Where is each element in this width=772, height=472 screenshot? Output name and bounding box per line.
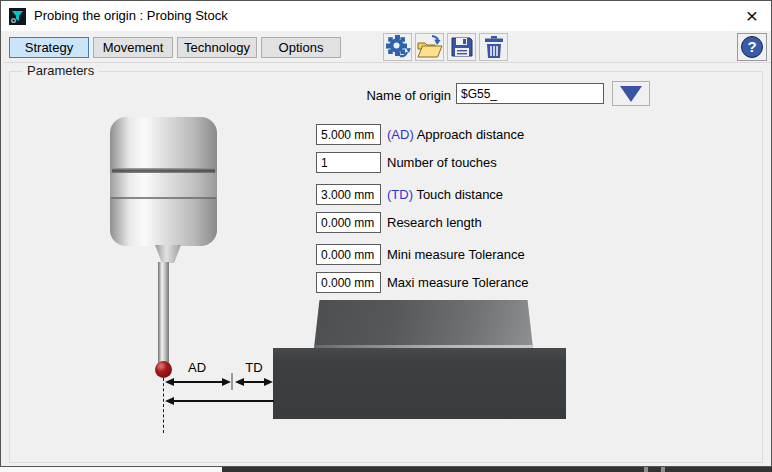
app-icon [9,8,26,25]
background-window-edge [222,467,772,472]
return-arrow-line [172,400,274,402]
td-arrowhead-right [264,378,273,386]
title-bar[interactable]: Probing the origin : Probing Stock × [1,1,771,31]
ad-dimension-label: AD [177,360,217,375]
mini-tolerance-label: Mini measure Tolerance [387,247,525,262]
dimension-tick [231,373,233,390]
stock-boss [314,300,533,348]
tab-strategy[interactable]: Strategy [9,37,89,58]
save-floppy-icon [449,34,475,60]
maxi-tolerance-label: Maxi measure Tolerance [387,275,528,290]
background-window-edge [661,467,665,472]
probe-groove [111,197,216,199]
triangle-down-icon [620,86,642,102]
tab-options[interactable]: Options [261,37,341,58]
ad-prefix: (AD) [387,127,417,142]
probe-body [110,117,217,246]
toolbar-separator [3,62,771,63]
probe-axis-dashed-line [163,378,164,433]
save-file-button[interactable] [447,33,476,61]
help-icon: ? [741,36,763,58]
probing-dialog: Probing the origin : Probing Stock × Str… [0,0,772,467]
touch-distance-input[interactable] [316,184,381,205]
stock-base [273,348,566,419]
trash-icon [481,34,507,60]
origin-name-input[interactable] [456,83,604,104]
number-of-touches-label: Number of touches [387,155,497,170]
probe-tip-ball [155,361,172,378]
td-dimension-label: TD [234,360,274,375]
tab-technology[interactable]: Technology [177,37,257,58]
probe-band [110,173,217,197]
background-window-edge [644,467,648,472]
research-length-input[interactable] [316,212,381,233]
background-window-edge [0,467,222,472]
reset-settings-button[interactable] [383,33,412,61]
td-prefix: (TD) [387,187,416,202]
open-folder-icon [416,34,443,60]
probe-stylus [158,262,169,364]
screen: Probing the origin : Probing Stock × Str… [0,0,772,472]
origin-picker-button[interactable] [612,81,650,106]
approach-distance-label: (AD) Approach distance [387,127,524,142]
maxi-tolerance-input[interactable] [316,272,381,293]
tab-movement[interactable]: Movement [93,37,173,58]
help-button[interactable]: ? [737,33,767,61]
approach-distance-input[interactable] [316,124,381,145]
groupbox-legend: Parameters [22,63,99,78]
origin-name-label: Name of origin [361,88,451,103]
research-length-label: Research length [387,215,482,230]
mini-tolerance-input[interactable] [316,244,381,265]
td-arrow-line [242,381,266,383]
ad-arrow-line [172,381,224,383]
window-title: Probing the origin : Probing Stock [34,8,228,23]
gear-reset-icon [385,34,411,60]
close-icon[interactable]: × [739,4,765,28]
delete-button[interactable] [479,33,508,61]
open-file-button[interactable] [415,33,444,61]
touch-distance-label: (TD) Touch distance [387,187,503,202]
ad-arrowhead-right [222,378,231,386]
number-of-touches-input[interactable] [316,152,381,173]
